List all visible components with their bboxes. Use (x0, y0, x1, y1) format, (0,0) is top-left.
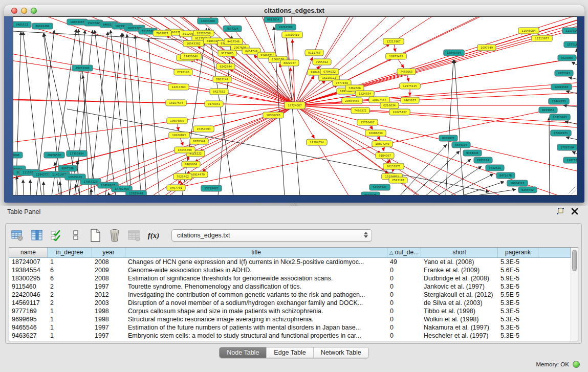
table-row[interactable]: 911546021997Tourette syndrome. Phenomeno… (9, 282, 571, 291)
column-header-year[interactable]: year (92, 248, 125, 258)
table-cell[interactable]: 5.6E-5 (498, 266, 538, 274)
unselect-all-columns-button[interactable] (69, 229, 82, 242)
delete-table-button-disabled[interactable] (127, 229, 141, 242)
table-cell[interactable]: Stergiakouli et al. (2012) (421, 291, 498, 299)
table-cell[interactable]: de Silva et al. (2003) (421, 299, 498, 307)
table-cell[interactable]: Dudbridge et al. (2008) (421, 274, 498, 282)
function-builder-button[interactable]: f(x) (147, 229, 160, 242)
table-cell[interactable]: 9463627 (9, 332, 48, 340)
table-cell[interactable]: 22420046 (9, 291, 48, 299)
table-cell[interactable]: Franke et al. (2009) (421, 266, 498, 274)
table-cell[interactable]: 5.9E-5 (498, 274, 538, 282)
table-cell[interactable]: 1998 (92, 307, 125, 315)
table-cell[interactable]: 1 (48, 307, 92, 315)
table-cell[interactable]: 0 (387, 291, 421, 299)
table-cell[interactable]: 1 (48, 332, 92, 340)
table-cell[interactable]: 9699695 (9, 315, 48, 323)
table-row[interactable]: 1456911722003Disruption of a novel membe… (9, 299, 571, 307)
tab-network-table[interactable]: Network Table (314, 347, 368, 358)
table-select-combobox[interactable]: citations_edges.txt (171, 229, 372, 242)
column-header-in_degree[interactable]: in_degree (48, 248, 92, 258)
table-cell[interactable]: 2003 (92, 299, 125, 307)
table-cell[interactable]: Jankovic et al. (1997) (421, 282, 498, 291)
table-cell[interactable]: 1998 (92, 315, 125, 323)
table-row[interactable]: 1938455462009Genome-wide association stu… (9, 266, 571, 274)
table-cell[interactable]: 2012 (92, 291, 125, 299)
column-header-short[interactable]: short (421, 248, 498, 258)
column-header-pagerank[interactable]: pagerank (498, 248, 538, 258)
table-cell[interactable]: 1997 (92, 332, 125, 340)
table-cell[interactable]: Embryonic stem cells: a model to study s… (125, 332, 387, 340)
table-cell[interactable]: 2 (48, 299, 92, 307)
table-cell[interactable]: 1 (48, 258, 92, 266)
table-cell[interactable]: Genome-wide association studies in ADHD. (125, 266, 387, 274)
vertical-scrollbar[interactable] (571, 248, 578, 341)
table-cell[interactable]: 5.3E-5 (498, 332, 538, 340)
table-cell[interactable]: 6 (48, 274, 92, 282)
table-cell[interactable]: 5.3E-5 (498, 323, 538, 332)
table-row[interactable]: 977716911998Corpus callosum shape and si… (9, 307, 571, 315)
table-cell[interactable]: 14569117 (9, 299, 48, 307)
table-cell[interactable]: 0 (387, 307, 421, 315)
close-panel-icon[interactable] (571, 208, 579, 215)
table-cell[interactable]: 5.3E-5 (498, 315, 538, 323)
table-cell[interactable]: Tourette syndrome. Phenomenology and cla… (125, 282, 387, 291)
table-row[interactable]: 1830029562008Estimation of significance … (9, 274, 571, 282)
column-header-title[interactable]: title (125, 248, 387, 258)
table-cell[interactable]: 5.3E-5 (498, 299, 538, 307)
table-cell[interactable]: 9777169 (9, 307, 48, 315)
table-cell[interactable]: Tibbo et al. (1998) (421, 307, 498, 315)
create-column-button[interactable] (89, 229, 102, 242)
table-cell[interactable]: 1997 (92, 323, 125, 332)
table-row[interactable]: 946362711997Embryonic stem cells: a mode… (9, 332, 571, 340)
table-cell[interactable]: 5.3E-5 (498, 282, 538, 291)
table-row[interactable]: 946554611997Estimation of the future num… (9, 323, 571, 332)
table-cell[interactable]: 0 (387, 332, 421, 340)
network-canvas[interactable]: 9405572206914061065328715276028466160107… (13, 16, 577, 195)
float-panel-icon[interactable] (556, 208, 564, 215)
table-cell[interactable]: 2009 (92, 266, 125, 274)
tab-node-table[interactable]: Node Table (220, 347, 267, 358)
table-cell[interactable]: Wolkin et al. (1998) (421, 315, 498, 323)
canvas-resize-grip[interactable] (569, 187, 576, 194)
table-cell[interactable]: Estimation of the future numbers of pati… (125, 323, 387, 332)
table-cell[interactable]: Nakamura et al. (1997) (421, 323, 498, 332)
table-row[interactable]: 1872400712008Changes of HCN gene express… (9, 258, 571, 266)
table-cell[interactable]: 18724007 (9, 258, 48, 266)
table-cell[interactable]: 0 (387, 315, 421, 323)
table-cell[interactable]: Investigating the contribution of common… (125, 291, 387, 299)
table-row[interactable]: 969969511998Structural magnetic resonanc… (9, 315, 571, 323)
column-header-name[interactable]: name (9, 248, 48, 258)
table-cell[interactable]: 0 (387, 299, 421, 307)
table-cell[interactable]: 49 (387, 258, 421, 266)
table-cell[interactable]: 5.5E-5 (498, 291, 538, 299)
table-cell[interactable]: Yano et al. (2008) (421, 258, 498, 266)
table-cell[interactable]: 1 (48, 323, 92, 332)
table-cell[interactable]: 0 (387, 274, 421, 282)
table-cell[interactable]: 2008 (92, 274, 125, 282)
table-cell[interactable]: 1997 (92, 282, 125, 291)
change-table-mode-button[interactable] (11, 229, 24, 242)
delete-column-button[interactable] (108, 229, 121, 242)
show-column-button[interactable] (30, 229, 43, 242)
table-row[interactable]: 2242004622012Investigating the contribut… (9, 291, 571, 299)
table-cell[interactable]: 2008 (92, 258, 125, 266)
table-cell[interactable]: Disruption of a novel member of a sodium… (125, 299, 387, 307)
table-cell[interactable]: Hescheler et al. (1997) (421, 332, 498, 340)
network-svg[interactable]: 9405572206914061065328715276028466160107… (13, 17, 577, 195)
table-cell[interactable]: 9115460 (9, 282, 48, 291)
window-titlebar[interactable]: citations_edges.txt (4, 5, 584, 16)
table-cell[interactable]: 0 (387, 282, 421, 291)
table-cell[interactable]: Estimation of significance thresholds fo… (125, 274, 387, 282)
table-cell[interactable]: 0 (387, 323, 421, 332)
table-cell[interactable]: 2 (48, 282, 92, 291)
table-cell[interactable]: Structural magnetic resonance image aver… (125, 315, 387, 323)
table-cell[interactable]: Changes of HCN gene expression and I(f) … (125, 258, 387, 266)
table-cell[interactable]: 5.3E-5 (498, 307, 538, 315)
tab-edge-table[interactable]: Edge Table (267, 347, 313, 358)
select-all-columns-button[interactable] (50, 229, 63, 242)
table-cell[interactable]: 19384554 (9, 266, 48, 274)
table-cell[interactable]: 6 (48, 266, 92, 274)
column-header-out_de[interactable]: △out_de... (387, 248, 421, 258)
scrollbar-thumb[interactable] (572, 250, 577, 271)
